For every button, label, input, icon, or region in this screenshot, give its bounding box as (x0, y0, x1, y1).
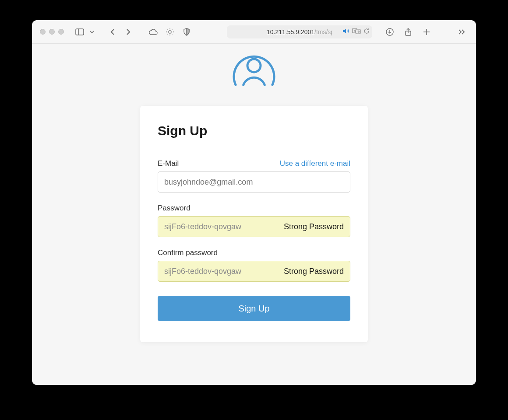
confirm-password-visible-text: sijFo6-teddov-qovgaw (164, 267, 241, 276)
signup-card: Sign Up E-Mail Use a different e-mail Pa… (140, 106, 368, 342)
svg-text:A: A (354, 29, 356, 32)
use-different-email-link[interactable]: Use a different e-mail (280, 159, 350, 168)
browser-window: 10.211.55.9:2001/tms/sp A 文 (32, 20, 476, 385)
password-strength-label: Strong Password (281, 222, 344, 231)
confirm-password-label: Confirm password (158, 248, 218, 257)
settings-gear-icon[interactable] (164, 26, 176, 38)
confirm-password-fade (241, 261, 268, 281)
browser-toolbar: 10.211.55.9:2001/tms/sp A 文 (32, 20, 476, 44)
forward-button[interactable] (122, 26, 135, 38)
url-text: 10.211.55.9:2001/tms/sp (267, 28, 332, 35)
sidebar-toggle-button[interactable] (74, 26, 86, 38)
address-bar[interactable]: 10.211.55.9:2001/tms/sp A 文 (227, 25, 372, 38)
minimize-window-button[interactable] (49, 29, 55, 35)
overflow-menu-icon[interactable] (456, 26, 468, 38)
user-avatar-logo-icon (228, 48, 280, 91)
svg-point-2 (169, 31, 171, 33)
share-icon[interactable] (402, 26, 414, 38)
password-label: Password (158, 204, 190, 213)
privacy-shield-icon[interactable] (180, 26, 193, 38)
password-field-wrap: sijFo6-teddov-qovgaw Strong Password (158, 216, 350, 237)
svg-rect-0 (76, 29, 84, 35)
audio-icon[interactable] (342, 28, 349, 35)
confirm-password-field-wrap: sijFo6-teddov-qovgaw Strong Password (158, 261, 350, 282)
back-button[interactable] (106, 26, 119, 38)
email-label: E-Mail (158, 159, 179, 168)
svg-point-13 (247, 59, 261, 72)
confirm-password-strength-label: Strong Password (281, 267, 344, 276)
icloud-icon[interactable] (147, 26, 159, 38)
window-controls (40, 29, 64, 35)
password-fade (241, 217, 268, 237)
translate-icon[interactable]: A 文 (352, 28, 361, 35)
password-visible-text: sijFo6-teddov-qovgaw (164, 222, 241, 231)
email-input[interactable] (158, 172, 350, 192)
svg-text:文: 文 (357, 30, 360, 33)
downloads-icon[interactable] (384, 26, 396, 38)
page-content: Sign Up E-Mail Use a different e-mail Pa… (32, 44, 476, 385)
card-title: Sign Up (158, 123, 350, 138)
maximize-window-button[interactable] (58, 29, 64, 35)
signup-submit-button[interactable]: Sign Up (158, 296, 350, 321)
reload-icon[interactable] (363, 28, 370, 35)
sidebar-dropdown-button[interactable] (86, 26, 98, 38)
close-window-button[interactable] (40, 29, 46, 35)
new-tab-icon[interactable] (420, 26, 433, 38)
